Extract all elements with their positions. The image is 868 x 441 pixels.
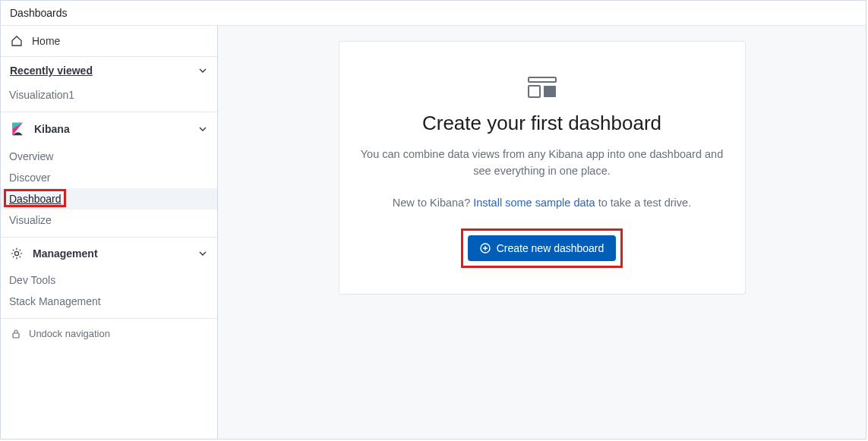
hint-prefix: New to Kibana? <box>393 197 473 209</box>
empty-hint: New to Kibana? Install some sample data … <box>358 197 727 209</box>
recent-item[interactable]: Visualization1 <box>1 84 217 106</box>
dashboard-icon <box>358 75 727 99</box>
sidebar-item-label: Dashboard <box>9 193 62 205</box>
sidebar-group-kibana: Kibana Overview Discover Dashboard <box>1 112 217 238</box>
sidebar-home[interactable]: Home <box>1 26 217 57</box>
home-icon <box>11 35 23 47</box>
hint-suffix: to take a test drive. <box>595 197 692 209</box>
sidebar-item-label: Visualize <box>9 214 52 226</box>
sidebar-item-label: Discover <box>9 172 50 184</box>
sidebar-undock[interactable]: Undock navigation <box>1 319 217 348</box>
sidebar-group-management: Management Dev Tools Stack Management <box>1 238 217 319</box>
plus-circle-icon <box>480 243 491 254</box>
create-dashboard-button[interactable]: Create new dashboard <box>468 235 617 261</box>
highlight-annotation: Create new dashboard <box>461 228 623 268</box>
app-body: Home Recently viewed Visualization1 <box>1 26 866 439</box>
empty-heading: Create your first dashboard <box>358 112 727 135</box>
chevron-down-icon <box>197 248 208 259</box>
sidebar: Home Recently viewed Visualization1 <box>1 26 218 439</box>
svg-rect-6 <box>544 86 556 97</box>
lock-icon <box>11 329 21 339</box>
gear-icon <box>10 247 24 260</box>
sidebar-item-visualize[interactable]: Visualize <box>1 209 217 231</box>
breadcrumb-title: Dashboards <box>10 7 68 19</box>
sidebar-item-devtools[interactable]: Dev Tools <box>1 269 217 291</box>
management-label: Management <box>33 247 98 260</box>
svg-rect-3 <box>13 333 19 338</box>
kibana-label: Kibana <box>34 123 70 135</box>
sidebar-recent-head[interactable]: Recently viewed <box>1 57 217 84</box>
create-button-label: Create new dashboard <box>497 242 604 254</box>
empty-state-card: Create your first dashboard You can comb… <box>339 41 746 295</box>
svg-rect-5 <box>529 86 540 97</box>
sidebar-item-label: Overview <box>9 150 53 162</box>
svg-rect-4 <box>529 77 556 82</box>
kibana-logo-icon <box>10 121 25 137</box>
sidebar-kibana-head[interactable]: Kibana <box>1 112 217 146</box>
sidebar-group-recent: Recently viewed Visualization1 <box>1 57 217 112</box>
sidebar-management-head[interactable]: Management <box>1 238 217 269</box>
svg-point-2 <box>14 251 18 255</box>
undock-label: Undock navigation <box>29 328 110 339</box>
app-frame: Dashboards Home Recently viewed <box>0 0 866 439</box>
recent-item-label: Visualization1 <box>9 89 74 101</box>
main-area: Create your first dashboard You can comb… <box>218 26 866 439</box>
sidebar-item-dashboard[interactable]: Dashboard <box>1 188 217 209</box>
chevron-down-icon <box>197 124 208 134</box>
sidebar-item-label: Stack Management <box>9 295 101 307</box>
sidebar-item-overview[interactable]: Overview <box>1 146 217 167</box>
recent-label: Recently viewed <box>10 65 93 77</box>
breadcrumb-bar: Dashboards <box>1 1 866 26</box>
sidebar-item-discover[interactable]: Discover <box>1 167 217 188</box>
sidebar-item-label: Dev Tools <box>9 274 55 286</box>
install-sample-link[interactable]: Install some sample data <box>473 197 595 209</box>
sidebar-home-label: Home <box>32 35 60 47</box>
sidebar-item-stackmgmt[interactable]: Stack Management <box>1 291 217 312</box>
empty-description: You can combine data views from any Kiba… <box>358 146 727 180</box>
chevron-down-icon <box>197 65 208 76</box>
